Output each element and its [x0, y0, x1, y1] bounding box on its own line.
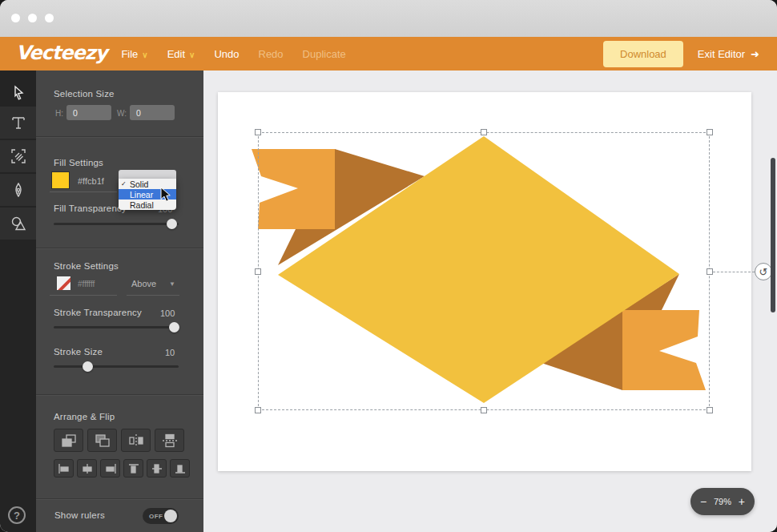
align-middle-icon: [150, 462, 164, 475]
fill-settings-label: Fill Settings: [54, 158, 103, 167]
pen-nib-icon: [9, 180, 28, 200]
align-right-button[interactable]: [100, 459, 120, 478]
rotate-connector: [713, 272, 755, 272]
field-underline: [127, 295, 179, 296]
fill-type-select[interactable]: [119, 170, 176, 179]
align-center-horizontal-icon: [80, 462, 95, 475]
align-top-button[interactable]: [123, 459, 143, 478]
section-divider: [36, 248, 203, 248]
section-divider: [36, 498, 203, 499]
field-underline: [50, 191, 117, 192]
show-rulers-toggle[interactable]: OFF: [143, 508, 179, 524]
stroke-size-label: Stroke Size: [54, 347, 103, 357]
canvas-area[interactable]: ↺ − 79% +: [203, 71, 777, 532]
text-icon: [9, 113, 28, 132]
selection-box[interactable]: [258, 132, 710, 410]
cursor-icon: [9, 83, 28, 103]
tool-strip: ?: [0, 71, 36, 532]
editor-header: Vecteezy File ∨ Edit ∨ Undo Redo Duplica…: [0, 37, 777, 71]
window-dot-icon[interactable]: [45, 14, 54, 22]
stroke-transparency-value: 100: [160, 308, 175, 318]
arrange-flip-label: Arrange & Flip: [54, 412, 115, 421]
edit-menu[interactable]: Edit ∨: [167, 48, 195, 60]
height-label: H:: [55, 109, 63, 118]
align-middle-button[interactable]: [147, 459, 167, 478]
select-tool-button[interactable]: [0, 77, 36, 109]
width-input[interactable]: [130, 105, 175, 120]
download-button[interactable]: Download: [603, 41, 683, 67]
shapes-icon: [9, 214, 28, 233]
rotate-handle-icon[interactable]: ↺: [755, 263, 772, 280]
flip-vertical-icon: [161, 433, 179, 448]
window-dot-icon[interactable]: [11, 14, 20, 22]
app-window: Vecteezy File ∨ Edit ∨ Undo Redo Duplica…: [0, 0, 777, 532]
shape-tool-button[interactable]: [0, 208, 36, 240]
file-menu[interactable]: File ∨: [121, 48, 147, 60]
selection-handle-se[interactable]: [707, 407, 713, 413]
flip-horizontal-button[interactable]: [121, 429, 151, 452]
selection-handle-e[interactable]: [707, 268, 713, 275]
fill-color-swatch[interactable]: [51, 171, 70, 189]
help-button[interactable]: ?: [8, 506, 26, 524]
align-left-icon: [57, 462, 71, 475]
stroke-size-value: 10: [165, 348, 175, 357]
window-titlebar: [0, 0, 777, 37]
selection-handle-w[interactable]: [255, 268, 261, 275]
selection-handle-nw[interactable]: [255, 129, 261, 135]
align-bottom-icon: [173, 462, 187, 475]
bring-forward-button[interactable]: [54, 429, 83, 452]
field-underline: [50, 295, 117, 296]
fill-hex-value: #ffcb1f: [78, 176, 104, 186]
zoom-in-button[interactable]: +: [739, 495, 745, 508]
draw-tool-button[interactable]: [0, 140, 36, 172]
show-rulers-label: Show rulers: [54, 510, 105, 520]
selection-handle-n[interactable]: [481, 129, 487, 135]
section-divider: [36, 136, 203, 137]
duplicate-button[interactable]: Duplicate: [303, 48, 346, 60]
stroke-size-slider[interactable]: [54, 365, 179, 368]
vecteezy-logo[interactable]: Vecteezy: [16, 42, 107, 64]
stroke-hex-value: #ffffff: [78, 280, 95, 288]
fill-transparency-label: Fill Transparency: [54, 204, 127, 213]
fill-transparency-knob[interactable]: [167, 219, 177, 229]
toggle-state-label: OFF: [149, 513, 163, 520]
chevron-down-icon: ∨: [142, 50, 147, 59]
fill-transparency-slider[interactable]: [54, 223, 179, 225]
stroke-transparency-knob[interactable]: [169, 322, 179, 332]
redo-button[interactable]: Redo: [259, 48, 284, 60]
send-backward-icon: [94, 433, 111, 448]
draw-icon: [9, 147, 28, 166]
bring-forward-icon: [60, 433, 78, 448]
window-dot-icon[interactable]: [28, 14, 37, 22]
zoom-out-button[interactable]: −: [700, 495, 707, 508]
selection-handle-s[interactable]: [481, 407, 487, 413]
align-top-icon: [127, 462, 141, 475]
undo-button[interactable]: Undo: [214, 48, 239, 60]
align-center-horizontal-button[interactable]: [77, 459, 97, 478]
selection-handle-ne[interactable]: [707, 129, 713, 135]
height-input[interactable]: [66, 105, 111, 120]
chevron-down-icon: ∨: [189, 50, 195, 59]
vertical-scrollbar[interactable]: [771, 158, 775, 312]
settings-panel: Selection Size H: W: Fill Settings #ffcb…: [36, 71, 203, 532]
send-backward-button[interactable]: [87, 429, 117, 452]
stroke-position-select[interactable]: Above: [131, 279, 156, 288]
section-divider: [36, 394, 203, 395]
pen-tool-button[interactable]: [0, 174, 36, 206]
stroke-size-knob[interactable]: [83, 361, 93, 372]
flip-vertical-button[interactable]: [155, 429, 184, 452]
align-bottom-button[interactable]: [170, 459, 190, 478]
stroke-transparency-slider[interactable]: [54, 326, 179, 328]
stroke-none-swatch[interactable]: [57, 276, 70, 290]
selection-handle-sw[interactable]: [255, 407, 261, 413]
stroke-transparency-label: Stroke Transparency: [54, 308, 142, 317]
flip-horizontal-icon: [127, 433, 145, 448]
check-icon: ✓: [121, 180, 127, 187]
align-left-button[interactable]: [54, 459, 74, 478]
zoom-level: 79%: [714, 497, 731, 506]
exit-editor-button[interactable]: Exit Editor ➜: [698, 48, 759, 60]
zoom-control: − 79% +: [690, 488, 755, 515]
selection-size-label: Selection Size: [54, 89, 115, 99]
text-tool-button[interactable]: [0, 107, 36, 139]
chevron-down-icon: ▼: [169, 280, 175, 288]
